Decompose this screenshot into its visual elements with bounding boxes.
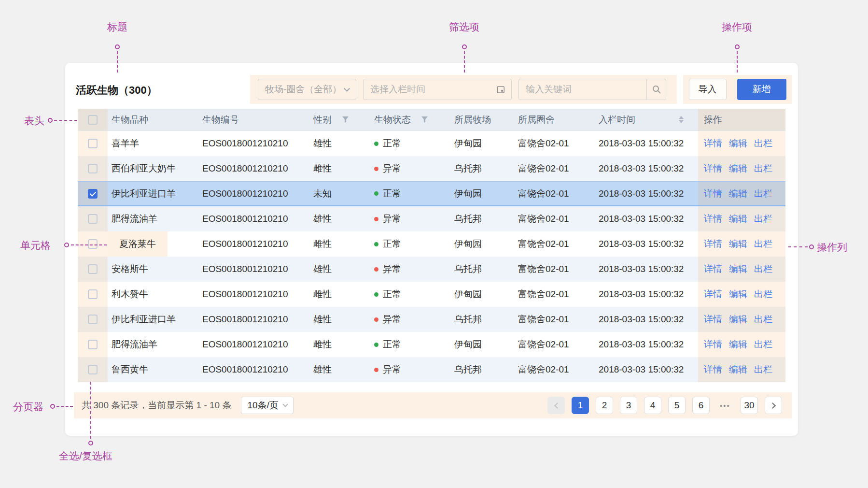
remove-link[interactable]: 出栏 [754,313,772,326]
cell-farm: 乌托邦 [449,257,515,282]
remove-link[interactable]: 出栏 [754,162,772,175]
detail-link[interactable]: 详情 [704,338,722,351]
remove-link[interactable]: 出栏 [754,213,772,225]
page-button-3[interactable]: 3 [620,397,637,414]
row-checkbox[interactable] [88,365,98,374]
remove-link[interactable]: 出栏 [754,363,772,376]
detail-link[interactable]: 详情 [704,238,722,250]
edit-link[interactable]: 编辑 [729,162,747,175]
entry-date-picker[interactable] [363,79,512,100]
remove-link[interactable]: 出栏 [754,263,772,275]
species-value: 喜羊羊 [112,137,139,150]
species-value: 肥得流油羊 [112,213,157,225]
add-button[interactable]: 新增 [737,79,786,100]
entry-date-input[interactable] [364,79,496,100]
sort-icon[interactable] [679,116,684,123]
edit-link[interactable]: 编辑 [729,137,747,150]
page-button-1[interactable]: 1 [572,397,589,414]
cell-operations: 详情 编辑 出栏 [698,206,785,231]
edit-link[interactable]: 编辑 [729,288,747,301]
annotation-select-all-line [90,382,91,439]
page-button-5[interactable]: 5 [668,397,686,414]
edit-link[interactable]: 编辑 [729,187,747,200]
row-checkbox[interactable] [88,264,98,274]
edit-link[interactable]: 编辑 [729,363,747,376]
cell-species: 夏洛莱牛 [108,231,199,257]
row-checkbox[interactable] [88,164,98,173]
header-pen: 所属圈舍 [515,109,594,130]
edit-link[interactable]: 编辑 [729,313,747,326]
select-all-checkbox[interactable] [88,115,98,125]
cell-gender: 雄性 [309,307,367,332]
table-header-row: 生物品种 生物编号 性别 生物状态 所属牧场 所属圈舍 入栏时间 操作 [78,109,785,131]
row-checkbox[interactable] [88,139,98,148]
detail-link[interactable]: 详情 [704,187,722,200]
annotation-pagination: 分页器 [13,400,43,414]
header-status: 生物状态 [367,109,449,130]
prev-page-button[interactable] [547,397,565,414]
edit-link[interactable]: 编辑 [729,238,747,250]
filter-funnel-icon[interactable] [421,116,428,123]
cell-code: EOS0018001210210 [199,131,309,156]
table-row: 夏洛莱牛 EOS0018001210210 雌性 正常 伊甸园 富饶舍02-01… [78,231,785,257]
detail-link[interactable]: 详情 [704,288,722,301]
status-dot-icon [374,267,378,272]
cell-pen: 富饶舍02-01 [515,357,594,382]
header-operations: 操作 [698,109,785,130]
detail-link[interactable]: 详情 [704,162,722,175]
chevron-down-icon [282,402,288,407]
remove-link[interactable]: 出栏 [754,288,772,301]
species-value: 伊比利亚进口羊 [112,187,176,200]
cell-farm: 乌托邦 [449,307,515,332]
detail-link[interactable]: 详情 [704,213,722,225]
page-size-select[interactable]: 10条/页 [241,397,293,414]
row-checkbox[interactable] [88,340,98,349]
farm-pen-select[interactable]: 牧场-圈舍（全部） [258,79,356,100]
edit-link[interactable]: 编辑 [729,213,747,225]
cell-gender: 雄性 [309,257,367,282]
cell-entry-time: 2018-03-03 15:00:32 [594,156,698,181]
table-row: 西伯利亚大奶牛 EOS0018001210210 雌性 异常 乌托邦 富饶舍02… [78,156,785,181]
row-checkbox[interactable] [88,315,98,324]
search-button[interactable] [646,79,666,100]
cell-gender: 雌性 [309,332,367,357]
row-checkbox[interactable] [88,239,98,249]
row-checkbox[interactable] [88,289,98,299]
detail-link[interactable]: 详情 [704,137,722,150]
remove-link[interactable]: 出栏 [754,238,772,250]
detail-link[interactable]: 详情 [704,313,722,326]
remove-link[interactable]: 出栏 [754,187,772,200]
edit-link[interactable]: 编辑 [729,338,747,351]
detail-link[interactable]: 详情 [704,363,722,376]
page-button-4[interactable]: 4 [644,397,661,414]
cell-entry-time: 2018-03-03 15:00:32 [594,206,698,231]
remove-link[interactable]: 出栏 [754,137,772,150]
keyword-input[interactable] [519,79,646,100]
filter-funnel-icon[interactable] [342,116,349,123]
edit-link[interactable]: 编辑 [729,263,747,275]
cell-operations: 详情 编辑 出栏 [698,231,785,257]
cell-gender: 雄性 [309,357,367,382]
cell-entry-time: 2018-03-03 15:00:32 [594,307,698,332]
page-button-30[interactable]: 30 [741,397,758,414]
cell-operations: 详情 编辑 出栏 [698,307,785,332]
table-body: 喜羊羊 EOS0018001210210 雄性 正常 伊甸园 富饶舍02-01 … [78,131,785,382]
status-dot-icon [374,317,378,322]
page-button-2[interactable]: 2 [596,397,613,414]
remove-link[interactable]: 出栏 [754,338,772,351]
status-value: 异常 [383,213,401,225]
header-entry-time: 入栏时间 [594,109,698,130]
row-checkbox[interactable] [88,214,98,224]
import-button[interactable]: 导入 [689,79,727,100]
pager-ellipsis[interactable]: ••• [716,397,734,414]
cell-operations: 详情 编辑 出栏 [698,182,785,205]
cell-code: EOS0018001210210 [199,282,309,307]
annotation-cell-marker [64,243,69,247]
header-gender: 性别 [309,109,367,130]
detail-link[interactable]: 详情 [704,263,722,275]
next-page-button[interactable] [765,397,782,414]
page-button-6[interactable]: 6 [692,397,710,414]
pager: 123456•••30 [547,397,782,414]
cell-farm: 伊甸园 [449,231,515,257]
row-checkbox[interactable] [88,189,98,199]
